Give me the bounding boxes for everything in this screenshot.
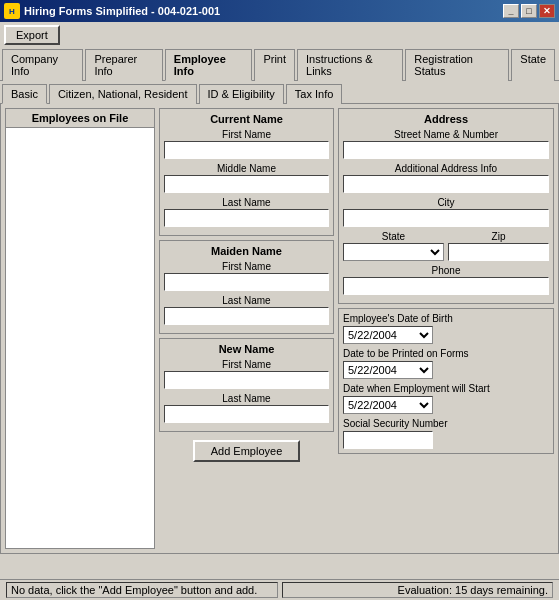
employees-panel: Employees on File [5,108,155,549]
middle-panel: Current Name First Name Middle Name Last… [159,108,334,549]
city-input[interactable] [343,209,549,227]
maiden-last-name-input[interactable] [164,307,329,325]
dates-section: Employee's Date of Birth 5/22/2004 Date … [338,308,554,454]
tab-citizen-national-resident[interactable]: Citizen, National, Resident [49,84,197,104]
status-left: No data, click the "Add Employee" button… [6,582,278,598]
tab-instructions-links[interactable]: Instructions & Links [297,49,403,81]
current-first-name-label: First Name [164,129,329,140]
add-employee-button[interactable]: Add Employee [193,440,301,462]
export-button[interactable]: Export [4,25,60,45]
maiden-first-name-label: First Name [164,261,329,272]
state-section: State [343,231,444,261]
app-icon: H [4,3,20,19]
new-first-name-input[interactable] [164,371,329,389]
print-date-label: Date to be Printed on Forms [343,348,549,359]
tab-preparer-info[interactable]: Preparer Info [85,49,162,81]
employees-panel-title: Employees on File [6,109,154,128]
employment-start-label: Date when Employment will Start [343,383,549,394]
employees-list [6,128,154,548]
ssn-label: Social Security Number [343,418,549,429]
toolbar: Export [0,22,559,48]
main-panel: Employees on File Current Name First Nam… [0,104,559,554]
zip-input[interactable] [448,243,549,261]
maiden-last-name-label: Last Name [164,295,329,306]
tab-employee-info[interactable]: Employee Info [165,49,253,81]
tab-id-eligibility[interactable]: ID & Eligibility [199,84,284,104]
state-label: State [343,231,444,242]
new-name-title: New Name [164,343,329,355]
tab-basic[interactable]: Basic [2,84,47,104]
tab-registration-status[interactable]: Registration Status [405,49,509,81]
additional-input[interactable] [343,175,549,193]
dob-select[interactable]: 5/22/2004 [343,326,433,344]
new-last-name-input[interactable] [164,405,329,423]
current-last-name-input[interactable] [164,209,329,227]
maximize-button[interactable]: □ [521,4,537,18]
current-name-section: Current Name First Name Middle Name Last… [159,108,334,236]
status-bar: No data, click the "Add Employee" button… [0,579,559,600]
current-name-title: Current Name [164,113,329,125]
window-title: Hiring Forms Simplified - 004-021-001 [24,5,220,17]
minimize-button[interactable]: _ [503,4,519,18]
close-button[interactable]: ✕ [539,4,555,18]
employment-start-select[interactable]: 5/22/2004 [343,396,433,414]
phone-label: Phone [343,265,549,276]
address-title: Address [343,113,549,125]
tab-state[interactable]: State [511,49,555,81]
current-middle-name-label: Middle Name [164,163,329,174]
zip-label: Zip [448,231,549,242]
status-right: Evaluation: 15 days remaining. [282,582,554,598]
maiden-name-title: Maiden Name [164,245,329,257]
print-date-select[interactable]: 5/22/2004 [343,361,433,379]
state-select[interactable] [343,243,444,261]
street-input[interactable] [343,141,549,159]
additional-label: Additional Address Info [343,163,549,174]
current-middle-name-input[interactable] [164,175,329,193]
dob-label: Employee's Date of Birth [343,313,549,324]
right-panel: Address Street Name & Number Additional … [338,108,554,549]
current-last-name-label: Last Name [164,197,329,208]
tab-company-info[interactable]: Company Info [2,49,83,81]
new-name-section: New Name First Name Last Name [159,338,334,432]
street-label: Street Name & Number [343,129,549,140]
zip-section: Zip [448,231,549,261]
phone-input[interactable] [343,277,549,295]
ssn-input[interactable] [343,431,433,449]
tab-print[interactable]: Print [254,49,295,81]
city-label: City [343,197,549,208]
tab-tax-info[interactable]: Tax Info [286,84,343,104]
current-first-name-input[interactable] [164,141,329,159]
title-bar: H Hiring Forms Simplified - 004-021-001 … [0,0,559,22]
maiden-name-section: Maiden Name First Name Last Name [159,240,334,334]
state-zip-row: State Zip [343,231,549,261]
new-last-name-label: Last Name [164,393,329,404]
address-section: Address Street Name & Number Additional … [338,108,554,304]
top-tab-bar: Company Info Preparer Info Employee Info… [0,48,559,81]
new-first-name-label: First Name [164,359,329,370]
add-employee-section: Add Employee [159,440,334,462]
second-tab-bar: Basic Citizen, National, Resident ID & E… [0,83,559,104]
maiden-first-name-input[interactable] [164,273,329,291]
